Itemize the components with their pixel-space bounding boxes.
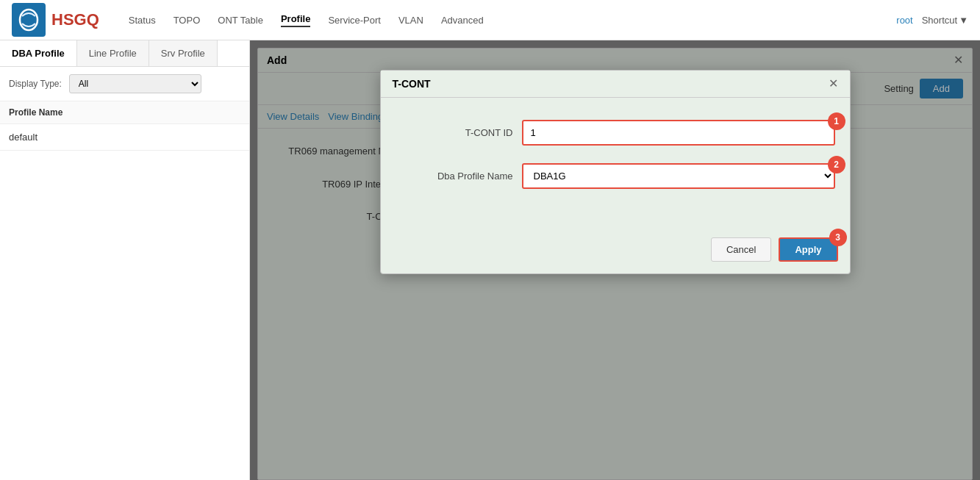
modal-close-button[interactable]: ✕	[829, 78, 838, 90]
left-panel: DBA Profile Line Profile Srv Profile Dis…	[0, 40, 250, 480]
logo-icon	[12, 3, 46, 37]
modal-body: T-CONT ID 1 Dba Profile Name DBA1G 2	[381, 98, 850, 229]
nav-links: Status TOPO ONT Table Profile Service-Po…	[129, 13, 897, 27]
display-type-row: Display Type: All Default Custom	[0, 67, 249, 101]
nav-status[interactable]: Status	[129, 15, 156, 26]
profile-table-header: Profile Name	[0, 101, 249, 124]
svg-rect-0	[12, 3, 46, 37]
profile-tabs: DBA Profile Line Profile Srv Profile	[0, 40, 249, 67]
modal-header: T-CONT ✕	[381, 71, 850, 98]
nav-vlan[interactable]: VLAN	[398, 15, 423, 26]
modal-tcont-id-label: T-CONT ID	[396, 127, 513, 138]
topnav: HSGQ Status TOPO ONT Table Profile Servi…	[0, 0, 980, 40]
nav-right: root Shortcut ▼	[896, 15, 968, 26]
right-panel: Add ✕ Setting Add View Details View Bind…	[250, 40, 980, 480]
profile-row-default[interactable]: default	[0, 124, 249, 151]
nav-profile[interactable]: Profile	[281, 13, 310, 27]
modal-footer: Cancel Apply 3	[381, 229, 850, 273]
step-badge-2: 2	[828, 156, 845, 173]
modal-row-tcont-id: T-CONT ID 1	[396, 120, 835, 146]
display-type-select[interactable]: All Default Custom	[69, 74, 201, 93]
display-type-label: Display Type:	[9, 79, 62, 89]
modal-title: T-CONT	[393, 78, 431, 90]
tab-dba-profile[interactable]: DBA Profile	[0, 40, 77, 66]
nav-advanced[interactable]: Advanced	[441, 15, 484, 26]
nav-service-port[interactable]: Service-Port	[328, 15, 381, 26]
modal-dba-select[interactable]: DBA1G	[522, 163, 835, 189]
step-badge-3: 3	[829, 229, 847, 246]
nav-user: root	[896, 15, 912, 26]
modal-dba-label: Dba Profile Name	[396, 171, 513, 182]
modal-tcont-id-input[interactable]	[522, 120, 835, 146]
nav-shortcut[interactable]: Shortcut ▼	[922, 15, 968, 26]
apply-button[interactable]: Apply	[779, 237, 837, 262]
step-badge-1: 1	[828, 112, 845, 130]
logo-text: HSGQ	[51, 10, 99, 29]
modal-row-dba-profile: Dba Profile Name DBA1G 2	[396, 163, 835, 189]
nav-ont-table[interactable]: ONT Table	[218, 15, 263, 26]
tab-srv-profile[interactable]: Srv Profile	[149, 40, 218, 66]
logo-area: HSGQ	[12, 3, 99, 37]
main-area: DBA Profile Line Profile Srv Profile Dis…	[0, 40, 980, 480]
cancel-button[interactable]: Cancel	[711, 237, 771, 262]
tcont-modal: T-CONT ✕ T-CONT ID 1 Dba Profile Name D	[380, 70, 851, 274]
modal-overlay: T-CONT ✕ T-CONT ID 1 Dba Profile Name D	[250, 40, 980, 480]
nav-topo[interactable]: TOPO	[174, 15, 201, 26]
tab-line-profile[interactable]: Line Profile	[77, 40, 149, 66]
